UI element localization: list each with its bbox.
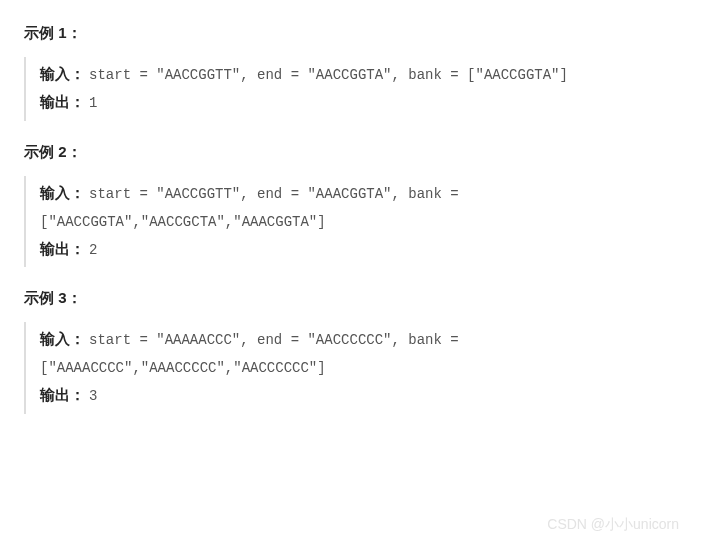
output-code: 1 [89, 95, 97, 111]
output-code: 3 [89, 388, 97, 404]
output-line: 输出： 3 [40, 382, 677, 410]
example-title: 示例 1： [24, 24, 677, 43]
output-label: 输出： [40, 94, 85, 110]
input-line: 输入： start = "AAAAACCC", end = "AACCCCCC"… [40, 326, 677, 382]
input-label: 输入： [40, 331, 85, 347]
output-label: 输出： [40, 387, 85, 403]
input-code: start = "AACCGGTT", end = "AACCGGTA", ba… [89, 67, 568, 83]
example-block: 输入： start = "AAAAACCC", end = "AACCCCCC"… [24, 322, 677, 414]
example-1: 示例 1： 输入： start = "AACCGGTT", end = "AAC… [24, 24, 677, 121]
input-code: start = "AAAAACCC", end = "AACCCCCC", ba… [40, 332, 459, 376]
input-code: start = "AACCGGTT", end = "AAACGGTA", ba… [40, 186, 459, 230]
output-code: 2 [89, 242, 97, 258]
input-label: 输入： [40, 185, 85, 201]
output-line: 输出： 1 [40, 89, 677, 117]
watermark: CSDN @小小unicorn [547, 516, 679, 534]
output-line: 输出： 2 [40, 236, 677, 264]
input-line: 输入： start = "AACCGGTT", end = "AAACGGTA"… [40, 180, 677, 236]
example-block: 输入： start = "AACCGGTT", end = "AAACGGTA"… [24, 176, 677, 268]
example-title: 示例 2： [24, 143, 677, 162]
input-line: 输入： start = "AACCGGTT", end = "AACCGGTA"… [40, 61, 677, 89]
example-3: 示例 3： 输入： start = "AAAAACCC", end = "AAC… [24, 289, 677, 414]
example-title: 示例 3： [24, 289, 677, 308]
output-label: 输出： [40, 241, 85, 257]
example-block: 输入： start = "AACCGGTT", end = "AACCGGTA"… [24, 57, 677, 121]
input-label: 输入： [40, 66, 85, 82]
example-2: 示例 2： 输入： start = "AACCGGTT", end = "AAA… [24, 143, 677, 268]
